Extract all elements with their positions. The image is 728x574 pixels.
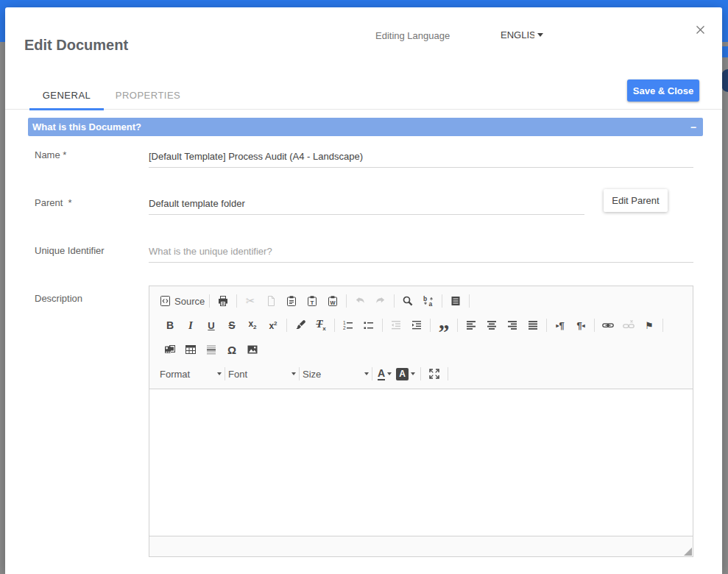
numbered-list-icon[interactable]: 12	[339, 316, 357, 334]
copy-formatting-icon[interactable]	[291, 316, 309, 334]
parent-label: Parent *	[35, 197, 72, 208]
name-input[interactable]	[149, 146, 693, 168]
find-icon[interactable]	[399, 292, 417, 310]
source-icon	[160, 295, 171, 307]
dialog-title: Edit Document	[24, 37, 128, 54]
parent-input[interactable]	[149, 193, 584, 215]
replace-icon[interactable]: ba	[420, 292, 437, 310]
paste-icon[interactable]	[283, 292, 300, 310]
description-label: Description	[35, 293, 82, 304]
editor-content[interactable]	[149, 389, 693, 536]
redo-icon[interactable]	[372, 292, 389, 310]
special-character-icon[interactable]: Ω	[223, 341, 241, 358]
section-title: What is this Document?	[32, 121, 141, 132]
align-left-icon[interactable]	[462, 316, 480, 334]
tab-general-label: GENERAL	[43, 90, 91, 101]
decrease-indent-icon[interactable]	[387, 316, 405, 334]
link-icon[interactable]	[599, 316, 617, 334]
copy-icon[interactable]	[262, 292, 280, 310]
chevron-down-icon	[537, 33, 543, 37]
tab-divider	[5, 109, 722, 110]
editor-statusbar	[149, 536, 693, 556]
subscript-icon[interactable]: x2	[244, 316, 261, 334]
name-label: Name *	[35, 149, 66, 160]
text-direction-rtl-icon[interactable]: ¶◂	[572, 316, 590, 334]
edit-parent-button[interactable]: Edit Parent	[604, 189, 668, 212]
save-close-button[interactable]: Save & Close	[627, 79, 699, 102]
text-color-button[interactable]: A	[378, 365, 392, 383]
svg-text:2: 2	[343, 325, 346, 330]
background-nav-pill	[721, 69, 728, 92]
svg-text:b: b	[423, 295, 427, 302]
horizontal-rule-icon[interactable]	[202, 341, 220, 358]
svg-text:W: W	[331, 300, 336, 306]
font-label: Font	[228, 369, 247, 380]
maximize-icon[interactable]	[425, 365, 443, 383]
underline-icon[interactable]: U	[202, 316, 220, 334]
select-all-icon[interactable]	[447, 292, 464, 310]
source-label: Source	[174, 296, 205, 307]
chevron-down-icon	[291, 372, 296, 375]
chevron-down-icon	[411, 372, 415, 375]
unique-identifier-label: Unique Identifier	[35, 245, 105, 256]
chevron-down-icon	[387, 372, 392, 375]
bulleted-list-icon[interactable]	[360, 316, 378, 334]
remove-format-icon[interactable]: Tx	[312, 316, 330, 334]
cut-icon[interactable]: ✂	[241, 292, 259, 310]
unlink-icon[interactable]	[620, 316, 637, 334]
bold-icon[interactable]: B	[161, 316, 179, 334]
description-editor: Source ✂ T W ba B	[149, 286, 693, 557]
italic-icon[interactable]: I	[182, 316, 199, 334]
language-value: ENGLISH	[501, 29, 534, 40]
background-header-fragment	[722, 46, 728, 57]
format-label: Format	[160, 369, 190, 380]
justify-icon[interactable]	[524, 316, 542, 334]
edit-document-dialog: Edit Document Editing Language ENGLISH G…	[5, 7, 722, 574]
paste-text-icon[interactable]: T	[303, 292, 321, 310]
unique-identifier-input[interactable]	[149, 241, 693, 263]
blockquote-icon[interactable]: ”	[435, 316, 453, 334]
templates-icon[interactable]	[161, 341, 179, 358]
strikethrough-icon[interactable]: S	[223, 316, 241, 334]
tab-general[interactable]: GENERAL	[29, 81, 104, 109]
chevron-down-icon	[217, 372, 222, 375]
collapse-icon: −	[690, 121, 696, 133]
tab-properties[interactable]: PROPERTIES	[104, 81, 192, 109]
svg-text:T: T	[311, 300, 314, 306]
language-select[interactable]: ENGLISH	[501, 27, 543, 42]
svg-text:1: 1	[343, 320, 346, 325]
align-center-icon[interactable]	[483, 316, 501, 334]
resize-handle-icon[interactable]	[684, 548, 692, 556]
increase-indent-icon[interactable]	[408, 316, 425, 334]
print-icon[interactable]	[214, 292, 232, 310]
svg-text:a: a	[429, 300, 433, 308]
background-color-button[interactable]: A	[396, 365, 415, 383]
tab-properties-label: PROPERTIES	[116, 90, 181, 101]
tab-bar: GENERAL PROPERTIES	[5, 81, 722, 112]
anchor-icon[interactable]: ⚑	[640, 316, 658, 334]
chevron-down-icon	[364, 372, 369, 375]
align-right-icon[interactable]	[503, 316, 521, 334]
font-dropdown[interactable]: Font	[228, 365, 296, 383]
close-icon[interactable]	[695, 24, 706, 35]
section-header[interactable]: What is this Document? −	[28, 118, 703, 136]
source-button[interactable]: Source	[160, 292, 205, 310]
text-direction-ltr-icon[interactable]: ▸¶	[551, 316, 569, 334]
paste-word-icon[interactable]: W	[324, 292, 342, 310]
editing-language-label: Editing Language	[375, 30, 450, 41]
format-dropdown[interactable]: Format	[160, 365, 222, 383]
size-dropdown[interactable]: Size	[303, 365, 369, 383]
table-icon[interactable]	[182, 341, 199, 358]
image-icon[interactable]	[244, 341, 261, 358]
size-label: Size	[303, 369, 321, 380]
undo-icon[interactable]	[351, 292, 369, 310]
editor-toolbar: Source ✂ T W ba B	[149, 286, 693, 389]
superscript-icon[interactable]: x2	[264, 316, 282, 334]
